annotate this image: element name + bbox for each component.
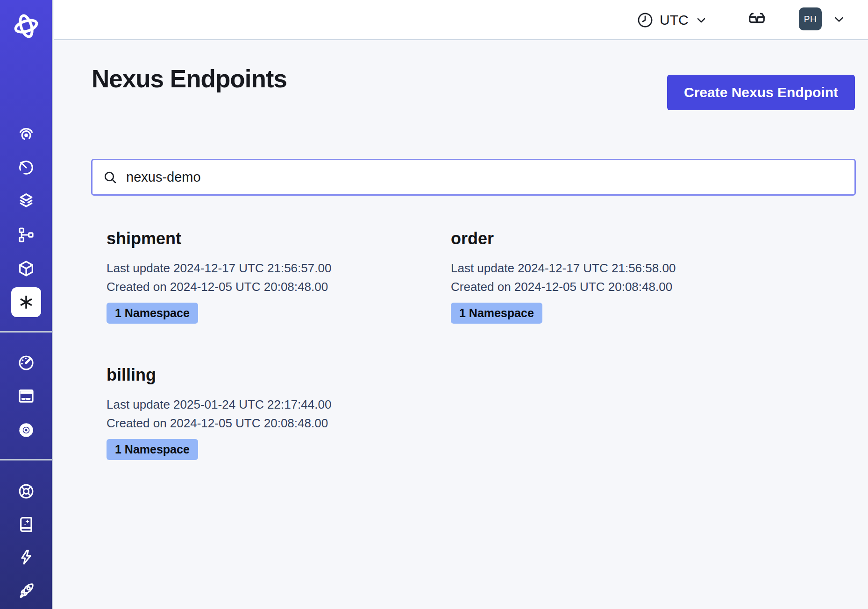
- avatar-initials: PH: [804, 14, 817, 24]
- book-sparkles-icon: [17, 515, 36, 534]
- endpoint-name[interactable]: shipment: [107, 228, 451, 249]
- sidebar-item-settings[interactable]: [11, 415, 41, 445]
- gauge-icon: [17, 354, 36, 372]
- endpoint-search: [91, 159, 856, 196]
- app-window: UTC PH Nexus Endpoints Create Nexus Endp…: [0, 0, 868, 609]
- sidebar-item-nexus[interactable]: [11, 287, 41, 317]
- endpoint-created: Created on 2024-12-05 UTC 20:08:48.00: [107, 277, 451, 296]
- asterisk-nexus-icon: [16, 292, 36, 312]
- sidebar-item-deployments[interactable]: [11, 254, 41, 283]
- flowchart-icon: [17, 226, 36, 244]
- user-menu[interactable]: PH: [799, 7, 846, 30]
- sidebar-item-usage[interactable]: [11, 348, 41, 378]
- invoice-icon: [17, 387, 36, 405]
- clock-icon: [637, 12, 654, 28]
- sidebar-divider: [0, 459, 53, 460]
- sidebar: [0, 0, 53, 609]
- sidebar-item-billing[interactable]: [11, 381, 41, 411]
- endpoint-name[interactable]: order: [451, 228, 798, 249]
- layers-icon: [17, 191, 36, 210]
- endpoint-created: Created on 2024-12-05 UTC 20:08:48.00: [451, 277, 798, 296]
- sidebar-item-batch-operations[interactable]: [11, 220, 41, 250]
- sidebar-item-workflows[interactable]: [11, 120, 41, 149]
- page-title: Nexus Endpoints: [92, 64, 287, 93]
- search-icon: [103, 170, 118, 185]
- endpoint-card-billing[interactable]: billing Last update 2025-01-24 UTC 22:17…: [107, 365, 451, 460]
- endpoint-list: shipment Last update 2024-12-17 UTC 21:5…: [107, 228, 798, 460]
- sidebar-item-schedules[interactable]: [11, 152, 41, 182]
- endpoint-card-shipment[interactable]: shipment Last update 2024-12-17 UTC 21:5…: [107, 228, 451, 324]
- endpoint-card-order[interactable]: order Last update 2024-12-17 UTC 21:56:5…: [451, 228, 798, 324]
- labs-mode-button[interactable]: [745, 9, 769, 31]
- endpoint-last-update: Last update 2025-01-24 UTC 22:17:44.00: [107, 395, 451, 414]
- glasses-icon: [746, 10, 768, 30]
- endpoint-last-update: Last update 2024-12-17 UTC 21:56:57.00: [107, 259, 451, 277]
- endpoint-created: Created on 2024-12-05 UTC 20:08:48.00: [107, 414, 451, 432]
- cube-icon: [17, 259, 36, 278]
- namespace-badge: 1 Namespace: [107, 303, 198, 324]
- sidebar-item-support[interactable]: [11, 476, 41, 506]
- timezone-label: UTC: [660, 12, 689, 28]
- sidebar-item-whats-new[interactable]: [11, 542, 41, 572]
- sidebar-divider: [0, 331, 53, 333]
- timezone-select[interactable]: UTC: [637, 8, 708, 32]
- search-input[interactable]: [125, 169, 844, 185]
- sidebar-item-docs[interactable]: [11, 510, 41, 539]
- rocket-icon: [17, 581, 36, 600]
- gear-icon: [17, 421, 36, 439]
- sidebar-item-getting-started[interactable]: [11, 576, 41, 606]
- cyclone-icon: [17, 125, 36, 144]
- namespace-badge: 1 Namespace: [107, 439, 198, 460]
- timer-icon: [17, 158, 36, 177]
- chevron-down-icon: [695, 14, 708, 27]
- chevron-down-icon: [832, 12, 846, 26]
- endpoint-last-update: Last update 2024-12-17 UTC 21:56:58.00: [451, 259, 798, 277]
- create-nexus-endpoint-button[interactable]: Create Nexus Endpoint: [667, 75, 855, 110]
- avatar: PH: [799, 7, 822, 30]
- namespace-badge: 1 Namespace: [451, 303, 542, 324]
- temporal-logo[interactable]: [0, 11, 52, 41]
- sidebar-item-namespaces[interactable]: [11, 186, 41, 216]
- endpoint-name[interactable]: billing: [107, 365, 451, 385]
- lifebuoy-icon: [17, 482, 36, 501]
- lightning-icon: [17, 548, 36, 567]
